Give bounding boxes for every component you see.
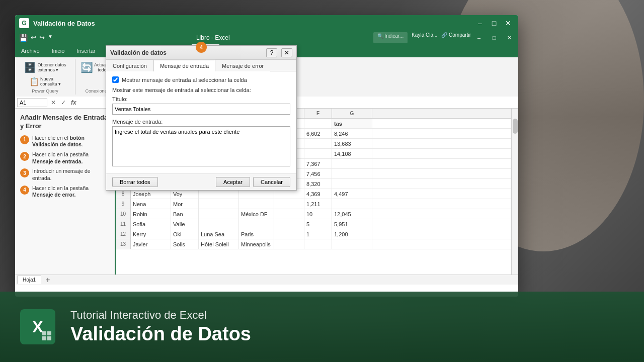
excel-logo-box: X <box>20 309 55 344</box>
dialog-footer: Borrar todos Aceptar Cancelar <box>106 173 296 190</box>
dialog-action-btns: Aceptar Cancelar <box>216 177 290 187</box>
dialog-title: Validación de datos <box>110 49 262 56</box>
cancelar-btn[interactable]: Cancelar <box>253 177 290 187</box>
dialog-subtext: Mostrar este mensaje de entrada al selec… <box>112 87 290 93</box>
step4-badge: 4 <box>196 42 207 53</box>
mensaje-textarea[interactable]: Ingrese el total de ventas anuales para … <box>112 126 290 166</box>
bottom-overlay: X Tutorial Interactivo de Excel Validaci… <box>0 292 644 362</box>
bottom-subtitle: Tutorial Interactivo de Excel <box>70 309 251 322</box>
dialog-tabs: Configuración Mensaje de entrada Mensaje… <box>106 60 296 71</box>
excel-logo-cell-4 <box>47 336 51 340</box>
excel-logo-cell-3 <box>42 336 46 340</box>
bottom-text: Tutorial Interactivo de Excel Validación… <box>70 309 251 345</box>
validation-dialog: Validación de datos 4 ? ✕ Configuración … <box>106 45 297 191</box>
dialog-close-btn[interactable]: ✕ <box>281 48 292 57</box>
aceptar-btn[interactable]: Aceptar <box>216 177 250 187</box>
excel-window: G Validación de Datos – □ ✕ 💾 ↩ ↪ ▼ Libr… <box>15 15 518 297</box>
mostrar-mensaje-label: Mostrar mensaje de entrada al selecciona… <box>122 77 247 83</box>
dialog-help-btn[interactable]: ? <box>266 48 277 57</box>
mostrar-mensaje-checkbox[interactable] <box>112 76 119 83</box>
bottom-title: Validación de Datos <box>70 324 251 345</box>
dialog-tab-mensaje-entrada[interactable]: Mensaje de entrada <box>153 60 215 71</box>
titulo-label: Título: <box>112 96 290 102</box>
borrar-todos-btn[interactable]: Borrar todos <box>112 177 158 187</box>
dialog-tab-mensaje-error[interactable]: Mensaje de error <box>215 60 270 71</box>
excel-logo-x: X <box>32 318 43 336</box>
dialog-titlebar: Validación de datos 4 ? ✕ <box>106 46 296 60</box>
excel-logo-grid <box>42 331 51 340</box>
titulo-input[interactable] <box>112 104 290 115</box>
dialog-checkbox-row: Mostrar mensaje de entrada al selecciona… <box>112 76 290 83</box>
dialog-overlay: Validación de datos 4 ? ✕ Configuración … <box>15 15 518 297</box>
dialog-body: Mostrar mensaje de entrada al selecciona… <box>106 71 296 173</box>
mensaje-label: Mensaje de entrada: <box>112 119 290 125</box>
dialog-tab-config[interactable]: Configuración <box>106 60 153 71</box>
excel-logo-cell-2 <box>47 331 51 335</box>
